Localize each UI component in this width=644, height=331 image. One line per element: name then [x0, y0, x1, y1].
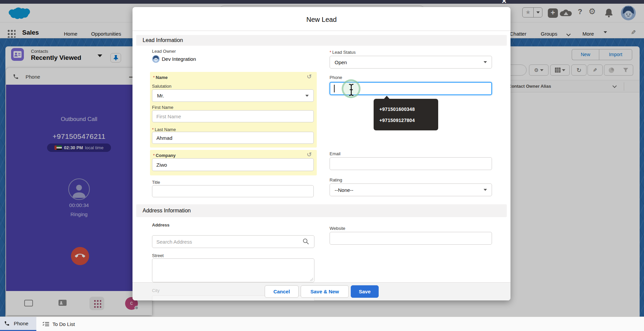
salutation-label: Salutation — [152, 84, 172, 89]
resize-handle[interactable] — [310, 278, 313, 281]
phone-suggestion-item[interactable]: +971509127804 — [379, 118, 438, 123]
todo-list-icon — [43, 322, 49, 327]
salutation-value: Mr. — [157, 93, 164, 98]
select-caret-icon — [484, 61, 487, 63]
search-icon — [303, 238, 309, 245]
cancel-button[interactable]: Cancel — [265, 285, 299, 298]
lead-owner-value: Dev Integration — [162, 56, 196, 62]
street-textarea[interactable] — [152, 258, 314, 282]
rating-select[interactable]: --None-- — [330, 183, 492, 196]
website-input[interactable] — [330, 232, 492, 245]
ibeam-cursor — [349, 84, 354, 96]
save-and-new-button[interactable]: Save & New — [301, 285, 349, 298]
section-address-information: Address Information — [136, 204, 507, 217]
email-label: Email — [330, 151, 341, 156]
phone-suggestion-item[interactable]: +971501600348 — [379, 107, 438, 112]
new-lead-modal: New Lead Lead Information Lead Owner Dev… — [132, 7, 510, 300]
required-asterisk: * — [153, 75, 155, 80]
modal-title: New Lead — [132, 16, 510, 24]
lead-owner-label: Lead Owner — [152, 49, 176, 54]
company-input[interactable] — [152, 158, 314, 171]
address-search-input[interactable] — [152, 235, 314, 248]
undo-name-icon[interactable]: ↺ — [307, 73, 312, 80]
utility-tab-todo[interactable]: To Do List — [43, 317, 75, 331]
title-input[interactable] — [152, 185, 314, 197]
lead-status-label: *Lead Status — [330, 49, 355, 55]
modal-header-divider — [132, 31, 510, 31]
text-caret — [334, 85, 335, 92]
screen: ★ + ? ⚙ Sales Home Opportunities Chatter… — [0, 0, 644, 331]
address-label: Address — [152, 222, 169, 227]
utility-bar: Phone To Do List — [0, 317, 644, 331]
modal-close-icon[interactable]: × — [502, 0, 506, 5]
phone-icon — [4, 321, 10, 326]
email-input[interactable] — [330, 157, 492, 170]
modal-footer: City Cancel Save & New Save — [132, 282, 510, 300]
rating-label: Rating — [330, 177, 342, 182]
first-name-label: First Name — [152, 105, 174, 110]
first-name-input[interactable] — [152, 110, 314, 122]
last-name-input[interactable] — [152, 132, 314, 144]
undo-company-icon[interactable]: ↺ — [307, 151, 312, 158]
lead-owner-avatar — [152, 55, 160, 63]
phone-suggestions-tooltip: +971501600348 +971509127804 — [374, 99, 438, 130]
phone-label: Phone — [330, 75, 342, 80]
website-label: Website — [330, 226, 345, 231]
city-label: City — [152, 288, 159, 293]
salutation-select[interactable]: Mr. — [152, 89, 314, 102]
title-label: Title — [152, 180, 160, 185]
utility-todo-label: To Do List — [52, 321, 75, 327]
rating-value: --None-- — [335, 187, 353, 193]
lead-status-select[interactable]: Open — [330, 56, 492, 69]
utility-phone-label: Phone — [14, 321, 28, 326]
save-button[interactable]: Save — [351, 285, 379, 298]
lead-status-value: Open — [335, 59, 347, 65]
select-caret-icon — [305, 95, 309, 97]
company-label: *Company — [153, 152, 176, 158]
street-label: Street — [152, 253, 164, 258]
name-group-label: *Name — [153, 74, 167, 80]
select-caret-icon — [484, 189, 487, 191]
section-lead-information: Lead Information — [136, 35, 507, 46]
utility-tab-phone[interactable]: Phone — [0, 317, 36, 331]
